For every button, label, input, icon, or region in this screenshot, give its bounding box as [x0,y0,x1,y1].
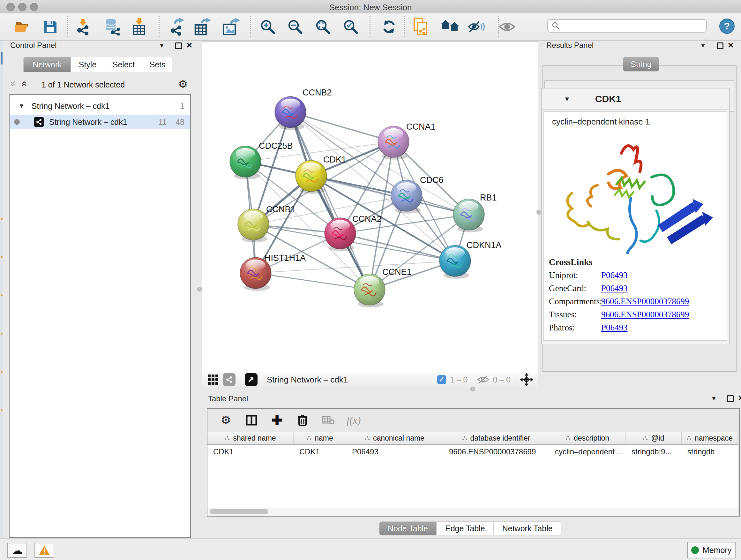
table-header-row: shared namenamecanonical namedatabase id… [207,432,738,445]
open-in-browser-icon[interactable] [245,373,258,386]
zoom-in-button[interactable] [259,18,277,36]
column-header--id[interactable]: @id [626,432,682,444]
table-cell[interactable]: cyclin–dependent ... [549,445,626,458]
memory-button[interactable]: Memory [687,542,736,558]
crosslink-link[interactable]: P06493 [601,323,628,333]
save-session-button[interactable] [42,18,59,36]
column-type-icon [365,435,370,441]
column-header-description[interactable]: description [549,432,626,444]
import-network-from-file-button[interactable] [74,18,92,36]
table-cell[interactable]: CDK1 [293,445,346,458]
crosslink-link[interactable]: P06493 [601,284,628,294]
network-node-cdkn1a[interactable]: CDKN1A [440,240,502,279]
scrollbar-thumb[interactable] [210,509,268,514]
control-panel-float-icon[interactable] [175,43,182,49]
network-node-ccnb1[interactable]: CCNB1 [238,205,295,242]
hidden-counter: 0 – 0 [493,375,511,384]
network-node-cdc6[interactable]: CDC6 [391,175,444,213]
warnings-button[interactable] [35,543,54,558]
crosslink-link[interactable]: P06493 [601,270,628,280]
table-settings-gear-icon[interactable]: ⚙ [219,413,233,427]
gene-section-header[interactable]: ▼ CDK1 [542,88,729,110]
table-cell[interactable]: P06493 [346,445,443,458]
tab-string[interactable]: String [623,57,659,71]
export-table-button[interactable] [194,18,212,36]
crosslink-link[interactable]: 9606.ENSP00000378699 [601,297,689,307]
import-table-from-file-button[interactable] [130,18,148,36]
pan-move-icon[interactable] [520,373,533,386]
string-tab-icon[interactable] [223,373,235,386]
function-builder-icon[interactable]: f(x) [347,413,360,427]
gene-section: ▼ CDK1 cyclin–dependent kinase 1 [541,88,730,344]
hide-selected-button[interactable] [468,18,486,36]
tab-style[interactable]: Style [71,57,105,72]
results-panel-float-icon[interactable] [717,43,724,49]
left-splitter-handle[interactable] [197,287,202,292]
collapse-all-networks-icon[interactable]: » [9,81,18,86]
export-image-button[interactable] [222,18,240,36]
column-header-namespace[interactable]: namespace [682,432,738,444]
control-panel-close-icon[interactable]: ✕ [186,42,192,49]
gene-disclosure-icon[interactable]: ▼ [564,96,570,103]
table-panel-menu-icon[interactable]: ▼ [711,395,717,402]
expand-all-networks-icon[interactable]: « [20,81,30,86]
zoom-selected-button[interactable] [342,18,360,36]
network-edge[interactable] [290,112,394,142]
apply-preferred-layout-button[interactable] [380,18,398,36]
import-network-from-database-button[interactable] [104,18,121,36]
tab-node-table[interactable]: Node Table [379,521,436,536]
column-header-database-identifier[interactable]: database identifier [443,432,549,444]
add-column-plus-icon[interactable]: ✚ [270,413,284,427]
column-header-shared-name[interactable]: shared name [207,432,293,444]
toolbar-separator [67,16,68,37]
first-neighbors-button[interactable] [441,18,459,36]
control-panel-menu-icon[interactable]: ▼ [159,43,165,49]
network-view-toolbar: String Network – cdk1 ✓ 1 – 0 0 – 0 [202,372,538,387]
show-all-button[interactable] [498,18,516,36]
birds-eye-view-icon[interactable] [208,374,218,385]
network-row[interactable]: String Network – cdk1 11 48 [10,115,190,129]
table-cell[interactable]: CDK1 [207,445,293,458]
search-input[interactable] [560,21,695,30]
table-cell[interactable]: 9606.ENSP00000378699 [443,445,549,458]
selected-nodes-checkbox-icon[interactable]: ✓ [437,375,446,384]
network-options-gear-icon[interactable]: ⚙ [178,78,188,90]
table-panel-float-icon[interactable] [727,395,734,402]
table-horizontal-scrollbar[interactable] [207,508,738,516]
tab-sets[interactable]: Sets [143,57,172,72]
zoom-in-icon [259,18,276,35]
zoom-fit-button[interactable] [314,18,332,36]
column-header-name[interactable]: name [293,432,346,444]
help-button[interactable]: ? [719,18,735,34]
crosslink-link[interactable]: 9606.ENSP00000378699 [601,310,689,320]
column-type-icon [686,435,691,441]
network-collection-row[interactable]: ▼ String Network – cdk1 1 [10,99,190,113]
network-edge[interactable] [311,176,469,214]
memory-label: Memory [703,546,731,555]
export-network-button[interactable] [169,18,186,36]
delete-table-icon[interactable] [321,413,335,427]
open-session-button[interactable] [14,18,31,36]
zoom-out-button[interactable] [286,18,304,36]
collection-disclosure-icon[interactable]: ▼ [18,103,24,110]
table-row[interactable]: CDK1CDK1P064939606.ENSP00000378699cyclin… [207,445,738,458]
column-header-canonical-name[interactable]: canonical name [346,432,443,444]
results-panel-close-icon[interactable]: ✕ [728,42,734,49]
cloud-status-button[interactable]: ☁ [7,543,27,558]
tab-network[interactable]: Network [23,57,71,72]
network-edge[interactable] [256,273,369,290]
table-cell[interactable]: stringdb [682,445,738,458]
results-panel-menu-icon[interactable]: ▼ [700,43,706,49]
node-table[interactable]: shared namenamecanonical namedatabase id… [207,432,738,508]
clone-network-button[interactable] [412,18,429,36]
tab-network-table[interactable]: Network Table [494,521,561,536]
network-canvas[interactable]: CCNB2CCNA1CDC25BCDK1CDC6RB1CCNB1CCNA2CDK… [202,42,538,373]
tab-edge-table[interactable]: Edge Table [436,521,494,536]
tab-select[interactable]: Select [104,57,143,72]
delete-column-trash-icon[interactable] [295,413,310,427]
network-node-rb1[interactable]: RB1 [453,193,497,233]
show-column-panel-icon[interactable] [245,413,259,427]
table-cell[interactable]: stringdb:9... [626,445,682,458]
table-panel-close-icon[interactable]: ✕ [738,394,741,402]
network-edge[interactable] [290,112,369,290]
